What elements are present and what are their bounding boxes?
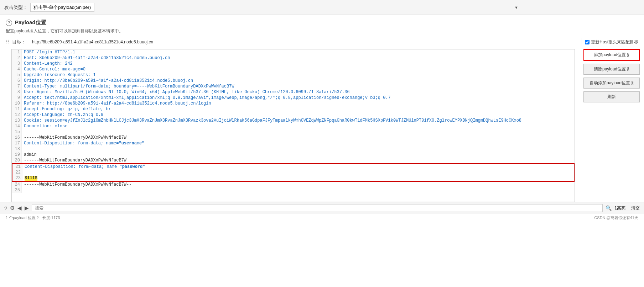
footer-left: 1 个payload 位置？ 长度:1173 bbox=[6, 215, 60, 220]
length-info: 长度:1173 bbox=[42, 215, 60, 220]
line-content bbox=[22, 187, 26, 193]
line-content: Referer: http://8be6b209-a591-4a1f-a2a4-… bbox=[22, 101, 213, 106]
line-content bbox=[22, 146, 26, 152]
help-icon[interactable]: ? bbox=[6, 20, 12, 26]
line-content: Accept-Language: zh-CN,zh;q=0.9 bbox=[22, 112, 105, 118]
highlight-count: 1高亮 bbox=[614, 205, 625, 211]
auto-add-button[interactable]: 自动添加payload位置 § bbox=[583, 78, 640, 89]
update-host-checkbox[interactable] bbox=[585, 40, 590, 44]
line-number: 16 bbox=[12, 135, 22, 140]
line-number: 20 bbox=[12, 158, 22, 163]
line-content bbox=[22, 170, 27, 175]
attack-type-wrapper: 狙击手-单个payload(Sniper) ▼ bbox=[30, 3, 522, 12]
line-number: 4 bbox=[12, 67, 22, 72]
table-row: 21 Content-Disposition: form-data; name=… bbox=[12, 164, 574, 170]
help-bottom-icon[interactable]: ? bbox=[4, 205, 7, 211]
line-content: Cookie: session=eyJfZnJlc2giOmZhbHNlLCJj… bbox=[22, 118, 524, 123]
line-content bbox=[22, 129, 26, 135]
footer-info: 1 个payload 位置？ 长度:1173 CSDN @离暑假还有41天 bbox=[0, 214, 644, 222]
refresh-button[interactable]: 刷新 bbox=[583, 91, 640, 102]
line-content: Cache-Control: max-age=0 bbox=[22, 67, 88, 72]
line-content: admin bbox=[22, 152, 39, 158]
table-row: 7 Content-Type: multipart/form-data; bou… bbox=[12, 84, 575, 89]
payload-section: ? Payload位置 配置payload插入位置，它们可以添加到目标以及基本请… bbox=[0, 15, 644, 46]
line-number: 15 bbox=[12, 129, 22, 135]
attack-type-label: 攻击类型： bbox=[4, 4, 27, 11]
target-input[interactable] bbox=[29, 38, 582, 46]
line-number: 24 bbox=[12, 182, 22, 187]
line-content: Connection: close bbox=[22, 123, 69, 129]
line-number: 18 bbox=[12, 146, 22, 152]
main-content: 1 POST /login HTTP/1.1 2 Host: 8be6b209-… bbox=[0, 49, 644, 202]
table-row: 10 Referer: http://8be6b209-a591-4a1f-a2… bbox=[12, 101, 575, 106]
search-input[interactable] bbox=[32, 204, 603, 212]
line-number: 10 bbox=[12, 101, 22, 106]
table-row: 1 POST /login HTTP/1.1 bbox=[12, 49, 575, 55]
line-number: 22 bbox=[12, 170, 22, 175]
payload-title: Payload位置 bbox=[15, 19, 46, 26]
line-number: 14 bbox=[12, 123, 22, 129]
clear-payload-button[interactable]: 清除payload位置 § bbox=[583, 64, 640, 75]
table-row: 9 Accept: text/html,application/xhtml+xm… bbox=[12, 95, 575, 101]
line-number: 5 bbox=[12, 72, 22, 78]
footer-credit: CSDN @离暑假还有41天 bbox=[594, 215, 638, 220]
line-content: ------WebKitFormBoundaryDADXxPwWvNfacB7W bbox=[22, 158, 129, 163]
update-host-label: 更新Host报头来匹配目标 bbox=[585, 39, 638, 45]
line-content: ------WebKitFormBoundaryDADXxPwWvNfacB7W… bbox=[22, 182, 134, 187]
clear-button[interactable]: 清空 bbox=[631, 205, 640, 211]
line-number: 11 bbox=[12, 106, 22, 112]
line-number: 6 bbox=[12, 78, 22, 84]
table-row: 6 Origin: http://8be6b209-a591-4a1f-a2a4… bbox=[12, 78, 575, 84]
forward-icon[interactable]: ▶ bbox=[25, 205, 29, 211]
table-row: 11 Accept-Encoding: gzip, deflate, br bbox=[12, 106, 575, 112]
table-row: 3 Content-Length: 242 bbox=[12, 61, 575, 67]
line-content: $111$ bbox=[22, 175, 40, 181]
line-content: Content-Type: multipart/form-data; bound… bbox=[22, 84, 237, 89]
table-row: 17 Content-Disposition: form-data; name=… bbox=[12, 140, 575, 146]
table-row: 8 User-Agent: Mozilla/5.0 (Windows NT 10… bbox=[12, 89, 575, 95]
table-row: 2 Host: 8be6b209-a591-4a1f-a2a4-cd811a35… bbox=[12, 55, 575, 61]
bottom-bar: ? ⚙ ◀ ▶ 🔍 1高亮 清空 bbox=[0, 202, 644, 214]
line-number: 25 bbox=[12, 187, 22, 193]
line-number: 7 bbox=[12, 84, 22, 89]
top-bar: 攻击类型： 狙击手-单个payload(Sniper) ▼ bbox=[0, 0, 644, 15]
line-number: 13 bbox=[12, 118, 22, 123]
line-content: Upgrade-Insecure-Requests: 1 bbox=[22, 72, 98, 78]
table-row: 20 ------WebKitFormBoundaryDADXxPwWvNfac… bbox=[12, 158, 575, 163]
line-number: 1 bbox=[12, 49, 22, 55]
line-content: Content-Length: 242 bbox=[22, 61, 75, 67]
table-row: 23 $111$ bbox=[12, 175, 574, 181]
line-content: Content-Disposition: form-data; name="us… bbox=[22, 140, 146, 146]
line-number: 23 bbox=[12, 175, 22, 181]
search-icon: 🔍 bbox=[606, 205, 612, 211]
line-number: 19 bbox=[12, 152, 22, 158]
table-row: 18 bbox=[12, 146, 575, 152]
payload-desc: 配置payload插入位置，它们可以添加到目标以及基本请求中。 bbox=[6, 28, 638, 34]
line-number: 17 bbox=[12, 140, 22, 146]
table-row: 16 ------WebKitFormBoundaryDADXxPwWvNfac… bbox=[12, 135, 575, 140]
settings-icon[interactable]: ⚙ bbox=[10, 205, 15, 211]
table-row: 24 ------WebKitFormBoundaryDADXxPwWvNfac… bbox=[12, 182, 575, 187]
request-panel[interactable]: 1 POST /login HTTP/1.1 2 Host: 8be6b209-… bbox=[11, 49, 575, 202]
line-content: Host: 8be6b209-a591-4a1f-a2a4-cd811a3521… bbox=[22, 55, 172, 61]
line-number: 2 bbox=[12, 55, 22, 61]
line-content: Accept-Encoding: gzip, deflate, br bbox=[22, 106, 113, 112]
line-content: Origin: http://8be6b209-a591-4a1f-a2a4-c… bbox=[22, 78, 195, 84]
bottom-right: 1高亮 清空 bbox=[614, 205, 640, 211]
line-number: 21 bbox=[12, 164, 22, 170]
payload-title-row: ? Payload位置 bbox=[6, 19, 638, 26]
chevron-down-icon: ▼ bbox=[514, 5, 518, 10]
back-icon[interactable]: ◀ bbox=[17, 205, 22, 211]
line-number: 8 bbox=[12, 89, 22, 95]
line-number: 9 bbox=[12, 95, 22, 101]
table-row: 12 Accept-Language: zh-CN,zh;q=0.9 bbox=[12, 112, 575, 118]
add-payload-button[interactable]: 添加payload位置 § bbox=[583, 49, 640, 61]
target-label: 目标： bbox=[12, 39, 26, 45]
table-row: 19 admin bbox=[12, 152, 575, 158]
line-number: 12 bbox=[12, 112, 22, 118]
table-row: 14 Connection: close bbox=[12, 123, 575, 129]
payload-count: 1 个payload 位置？ bbox=[6, 215, 40, 220]
table-row: 25 bbox=[12, 187, 575, 193]
attack-type-select[interactable]: 狙击手-单个payload(Sniper) bbox=[30, 3, 94, 12]
line-content: ------WebKitFormBoundaryDADXxPwWvNfacB7W bbox=[22, 135, 129, 140]
